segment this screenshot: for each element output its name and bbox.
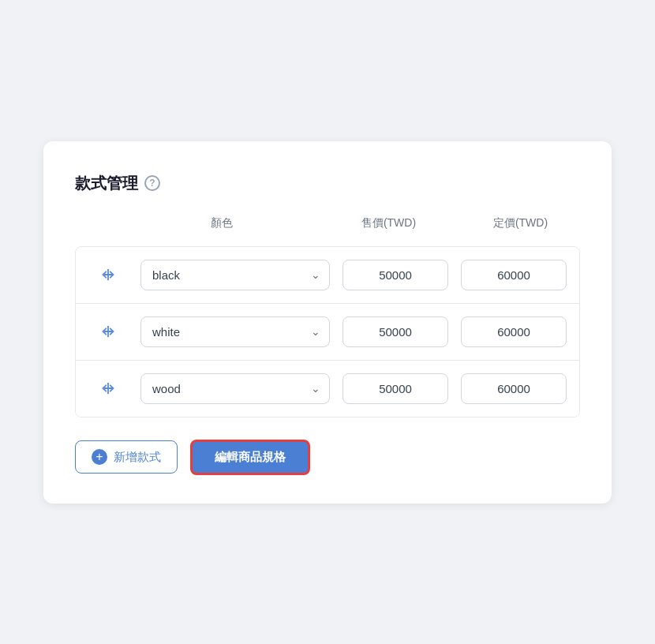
list-price-input-row1[interactable] — [461, 260, 567, 290]
sale-price-input-row3[interactable] — [342, 373, 448, 404]
variant-management-card: 款式管理 ? 顏色 售價(TWD) 定價(TWD) black white — [43, 141, 612, 504]
color-select-wrapper: black white wood ⌄ — [140, 260, 330, 290]
color-select-wrapper: black white wood ⌄ — [140, 316, 330, 347]
table-row: black white wood ⌄ — [76, 247, 579, 304]
color-select-row1[interactable]: black white wood — [140, 260, 330, 290]
sale-price-input-row2[interactable] — [342, 316, 448, 347]
drag-handle[interactable] — [88, 380, 128, 397]
col-header-color: 顏色 — [127, 216, 316, 230]
color-select-wrapper: black white wood ⌄ — [140, 373, 330, 404]
col-header-list-price: 定價(TWD) — [461, 216, 580, 230]
drag-handle[interactable] — [88, 266, 128, 283]
table-row: black white wood ⌄ — [76, 361, 579, 417]
color-select-row2[interactable]: black white wood — [140, 316, 330, 347]
edit-specs-button[interactable]: 編輯商品規格 — [190, 440, 310, 475]
list-price-input-row2[interactable] — [461, 316, 567, 347]
add-variant-label: 新增款式 — [114, 450, 161, 465]
plus-icon: + — [92, 449, 107, 465]
card-title: 款式管理 — [75, 173, 138, 194]
list-price-input-row3[interactable] — [461, 373, 567, 404]
drag-handle[interactable] — [88, 323, 128, 340]
table-row: black white wood ⌄ — [76, 304, 579, 361]
help-icon[interactable]: ? — [144, 175, 160, 191]
variants-table: black white wood ⌄ black — [75, 246, 580, 417]
card-footer: + 新增款式 編輯商品規格 — [75, 440, 580, 475]
add-variant-button[interactable]: + 新增款式 — [75, 440, 178, 474]
sale-price-input-row1[interactable] — [342, 260, 448, 290]
col-header-sale-price: 售價(TWD) — [329, 216, 448, 230]
color-select-row3[interactable]: black white wood — [140, 373, 330, 404]
card-header: 款式管理 ? — [75, 173, 580, 194]
table-header: 顏色 售價(TWD) 定價(TWD) — [75, 216, 580, 240]
